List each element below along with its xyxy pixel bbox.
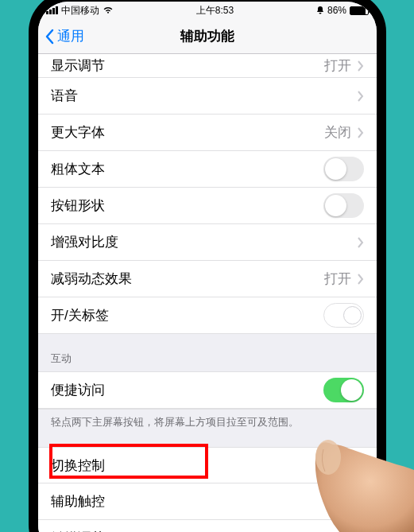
battery-icon: [350, 6, 369, 15]
alarm-icon: [316, 6, 324, 15]
toggle-button-shapes[interactable]: [323, 193, 364, 218]
row-reachability[interactable]: 便捷访问: [38, 372, 377, 409]
chevron-right-icon: [358, 274, 364, 285]
cell-label: 辅助触控: [51, 492, 351, 511]
cell-label: 触摸调节: [51, 529, 338, 532]
chevron-right-icon: [358, 496, 364, 507]
chevron-right-icon: [358, 91, 364, 102]
chevron-right-icon: [358, 127, 364, 138]
screen: 中国移动 上午8:53 86% 通用: [38, 2, 377, 532]
row-button-shapes[interactable]: 按钮形状: [38, 188, 377, 224]
page-title: 辅助功能: [38, 27, 377, 45]
cell-value: 关闭: [324, 456, 351, 475]
row-reduce-motion[interactable]: 减弱动态效果 打开: [38, 261, 377, 297]
cell-label: 按钮形状: [51, 196, 323, 215]
row-speech[interactable]: 语音: [38, 78, 377, 115]
row-switch-control[interactable]: 切换控制 关闭: [38, 447, 377, 483]
cell-label: 粗体文本: [51, 160, 323, 178]
signal-icon: [46, 6, 58, 14]
chevron-right-icon: [358, 60, 364, 72]
cell-label: 开/关标签: [51, 306, 323, 324]
status-bar: 中国移动 上午8:53 86%: [38, 2, 377, 19]
row-larger-text[interactable]: 更大字体 关闭: [38, 115, 377, 151]
toggle-bold-text[interactable]: [323, 157, 364, 181]
carrier-label: 中国移动: [61, 4, 99, 17]
wifi-icon: [103, 6, 114, 14]
cell-label: 显示调节: [51, 56, 324, 75]
row-increase-contrast[interactable]: 增强对比度: [38, 224, 377, 261]
battery-pct-label: 86%: [327, 5, 346, 16]
section-header-interaction: 互动: [38, 334, 377, 372]
cell-label: 增强对比度: [51, 233, 351, 251]
section-footer-reachability: 轻点两下主屏幕按钮，将屏幕上方项目拉至可及范围。: [38, 409, 377, 447]
back-button[interactable]: 通用: [38, 27, 84, 45]
phone-frame: 中国移动 上午8:53 86% 通用: [29, 0, 386, 532]
toggle-on-off-labels[interactable]: [323, 303, 364, 328]
chevron-left-icon: [44, 29, 54, 45]
cell-label: 便捷访问: [51, 381, 323, 399]
time-label: 上午8:53: [196, 4, 234, 17]
cell-label: 更大字体: [51, 123, 324, 142]
row-on-off-labels[interactable]: 开/关标签: [38, 297, 377, 334]
back-label: 通用: [57, 27, 84, 45]
cell-label: 减弱动态效果: [51, 270, 324, 288]
chevron-right-icon: [358, 460, 364, 471]
cell-label: 切换控制: [51, 456, 324, 475]
row-touch-accommodations[interactable]: 触摸调节 关: [38, 520, 377, 532]
cell-value: 打开: [324, 56, 351, 75]
cell-label: 语音: [51, 87, 351, 105]
row-assistive-touch[interactable]: 辅助触控: [38, 483, 377, 520]
row-display-adjust[interactable]: 显示调节 打开: [38, 54, 377, 78]
row-bold-text[interactable]: 粗体文本: [38, 151, 377, 188]
cell-value: 打开: [324, 270, 351, 288]
cell-value: 关闭: [324, 123, 351, 142]
settings-list[interactable]: 显示调节 打开 语音 更大字体 关闭 粗体文本 按钮形状: [38, 54, 377, 532]
toggle-reachability[interactable]: [323, 378, 364, 402]
cell-value: 关: [338, 529, 351, 532]
chevron-right-icon: [358, 237, 364, 248]
nav-bar: 通用 辅助功能: [38, 19, 377, 54]
